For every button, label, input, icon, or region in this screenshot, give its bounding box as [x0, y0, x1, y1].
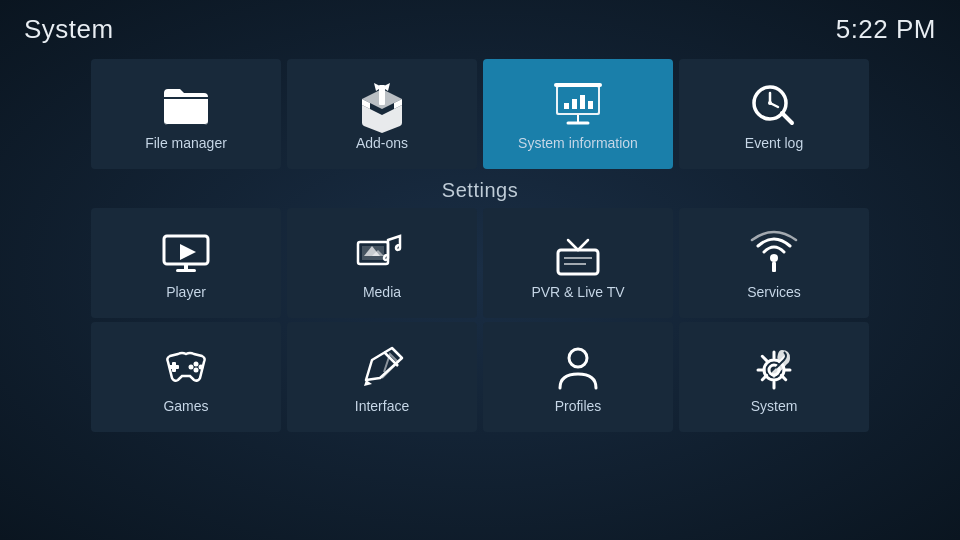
svg-rect-5: [580, 95, 585, 109]
settings-section-header: Settings: [0, 179, 960, 202]
tile-interface[interactable]: Interface: [287, 322, 477, 432]
tile-player[interactable]: Player: [91, 208, 281, 318]
services-icon: [746, 226, 802, 282]
event-log-label: Event log: [745, 135, 803, 151]
svg-point-35: [194, 368, 199, 373]
tile-games[interactable]: Games: [91, 322, 281, 432]
system-information-icon: [550, 77, 606, 133]
pvr-live-tv-icon: [550, 226, 606, 282]
header: System 5:22 PM: [0, 0, 960, 55]
tile-file-manager[interactable]: File manager: [91, 59, 281, 169]
tile-services[interactable]: Services: [679, 208, 869, 318]
settings-row-1: Player Media: [0, 208, 960, 318]
tile-system-information[interactable]: System information: [483, 59, 673, 169]
svg-rect-19: [176, 269, 196, 272]
profiles-label: Profiles: [555, 398, 602, 414]
svg-rect-6: [588, 101, 593, 109]
svg-marker-17: [180, 244, 196, 260]
add-ons-icon: [354, 77, 410, 133]
player-label: Player: [166, 284, 206, 300]
tile-media[interactable]: Media: [287, 208, 477, 318]
tile-system[interactable]: System: [679, 322, 869, 432]
page-title: System: [24, 14, 114, 45]
top-tiles-row: File manager: [0, 59, 960, 169]
svg-rect-3: [564, 103, 569, 109]
services-label: Services: [747, 284, 801, 300]
svg-point-29: [770, 254, 778, 262]
svg-rect-4: [572, 99, 577, 109]
system-icon: [746, 340, 802, 396]
svg-point-36: [189, 365, 194, 370]
svg-point-33: [194, 362, 199, 367]
svg-rect-26: [558, 250, 598, 274]
tile-add-ons[interactable]: Add-ons: [287, 59, 477, 169]
media-icon: [354, 226, 410, 282]
svg-line-14: [782, 113, 792, 123]
system-information-label: System information: [518, 135, 638, 151]
file-manager-label: File manager: [145, 135, 227, 151]
profiles-icon: [550, 340, 606, 396]
event-log-icon: [746, 77, 802, 133]
clock: 5:22 PM: [836, 14, 936, 45]
svg-rect-2: [558, 87, 598, 113]
svg-point-9: [576, 83, 580, 87]
svg-rect-30: [772, 262, 776, 272]
svg-point-38: [569, 349, 587, 367]
tile-event-log[interactable]: Event log: [679, 59, 869, 169]
main-page: System 5:22 PM File manager: [0, 0, 960, 540]
pvr-live-tv-label: PVR & Live TV: [531, 284, 624, 300]
tile-pvr-live-tv[interactable]: PVR & Live TV: [483, 208, 673, 318]
svg-rect-32: [169, 365, 179, 369]
interface-label: Interface: [355, 398, 409, 414]
add-ons-label: Add-ons: [356, 135, 408, 151]
tile-profiles[interactable]: Profiles: [483, 322, 673, 432]
system-label: System: [751, 398, 798, 414]
file-manager-icon: [158, 77, 214, 133]
games-label: Games: [163, 398, 208, 414]
interface-icon: [354, 340, 410, 396]
player-icon: [158, 226, 214, 282]
games-icon: [158, 340, 214, 396]
svg-point-34: [199, 365, 204, 370]
settings-row-2: Games Interface: [0, 322, 960, 432]
svg-point-15: [768, 101, 772, 105]
media-label: Media: [363, 284, 401, 300]
